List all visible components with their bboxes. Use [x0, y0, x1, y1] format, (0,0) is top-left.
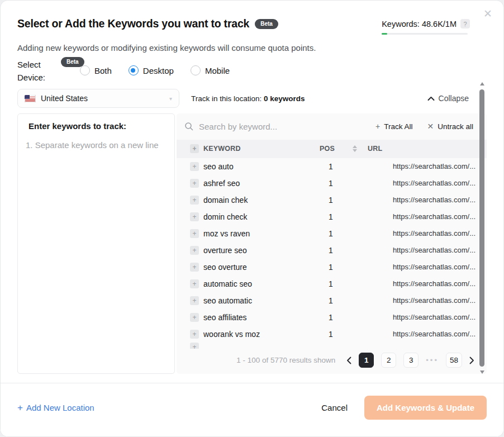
radio-icon: [191, 65, 201, 75]
cancel-button[interactable]: Cancel: [321, 403, 348, 412]
chevron-right-icon: [469, 357, 474, 364]
page-button-1[interactable]: 1: [359, 353, 374, 368]
url-cell[interactable]: https://searchatlas.com/...: [368, 229, 476, 238]
url-cell[interactable]: https://searchatlas.com/...: [368, 296, 476, 305]
column-pos[interactable]: POS: [320, 145, 342, 153]
add-new-location-link[interactable]: + Add New Location: [17, 402, 94, 414]
add-keywords-update-button[interactable]: Add Keywords & Update: [364, 396, 487, 420]
pos-cell: 1: [320, 179, 342, 188]
column-url[interactable]: URL: [368, 145, 476, 153]
scroll-up-arrow-icon[interactable]: [480, 82, 484, 86]
radio-device-mobile[interactable]: Mobile: [191, 65, 230, 75]
url-cell[interactable]: https://searchatlas.com/...: [368, 162, 476, 170]
table-row: + woorank vs moz 1 https://searchatlas.c…: [177, 326, 487, 343]
pos-cell: 1: [320, 313, 342, 322]
url-cell[interactable]: https://searchatlas.com/...: [368, 279, 476, 288]
keyword-cell: automatic seo: [203, 279, 315, 288]
device-beta-badge: Beta: [61, 57, 84, 67]
modal-footer: + Add New Location Cancel Add Keywords &…: [1, 383, 503, 436]
us-flag-icon: [25, 95, 36, 102]
plus-icon: +: [375, 122, 380, 131]
track-keyword-icon[interactable]: +: [190, 196, 199, 205]
table-row: + seo affiliates 1 https://searchatlas.c…: [177, 309, 487, 326]
radio-device-desktop[interactable]: Desktop: [129, 65, 174, 75]
help-icon[interactable]: ?: [460, 19, 470, 28]
track-keyword-icon[interactable]: +: [190, 330, 199, 339]
pos-cell: 1: [320, 246, 342, 255]
url-cell[interactable]: https://searchatlas.com/...: [368, 330, 476, 338]
url-cell[interactable]: https://searchatlas.com/...: [368, 246, 476, 254]
track-keyword-icon[interactable]: +: [190, 263, 199, 272]
keyword-cell: overture seo: [203, 246, 315, 255]
device-selector: Select Device: Beta Both Desktop Mobile: [17, 58, 487, 84]
chevron-left-icon: [346, 357, 351, 364]
url-cell[interactable]: https://searchatlas.com/...: [368, 212, 476, 221]
page-button-3[interactable]: 3: [403, 353, 419, 368]
radio-device-both[interactable]: Both: [80, 65, 112, 75]
table-row: + ashref seo 1 https://searchatlas.com/.…: [177, 175, 487, 192]
collapse-button[interactable]: Collapse: [427, 94, 469, 103]
keyword-quota: Keywords: 48.6K/1M ?: [382, 19, 470, 35]
page-button-2[interactable]: 2: [381, 353, 396, 368]
keyword-cell: seo automatic: [203, 296, 315, 305]
track-keyword-icon[interactable]: +: [190, 179, 199, 188]
pos-cell: 1: [320, 330, 342, 339]
track-count: 0 keywords: [264, 94, 305, 103]
url-cell[interactable]: https://searchatlas.com/...: [368, 313, 476, 321]
table-row: + seo overture 1 https://searchatlas.com…: [177, 259, 487, 276]
entry-heading: Enter keywords to track:: [28, 121, 167, 131]
scroll-down-arrow-icon[interactable]: [480, 370, 484, 374]
track-keyword-icon[interactable]: +: [190, 279, 199, 288]
keyword-cell: domain chek: [203, 196, 315, 205]
close-icon[interactable]: ✕: [483, 8, 492, 19]
track-keyword-icon[interactable]: +: [190, 246, 199, 255]
url-cell[interactable]: https://searchatlas.com/...: [368, 179, 476, 187]
next-page-button[interactable]: [469, 357, 474, 364]
keyword-cell: woorank vs moz: [203, 330, 315, 339]
prev-page-button[interactable]: [346, 357, 351, 364]
url-cell[interactable]: https://searchatlas.com/...: [368, 263, 476, 271]
keyword-entry-textarea[interactable]: [26, 140, 167, 353]
location-select[interactable]: United States ▾: [17, 89, 179, 108]
pos-cell: 1: [320, 229, 342, 238]
url-cell[interactable]: https://searchatlas.com/...: [368, 196, 476, 204]
search-input[interactable]: [199, 122, 370, 131]
modal-scrollbar[interactable]: [479, 82, 485, 374]
column-keyword[interactable]: KEYWORD: [203, 145, 315, 153]
pos-cell: 1: [320, 263, 342, 272]
track-keyword-icon[interactable]: +: [190, 162, 199, 171]
pagination-ellipsis: •••: [426, 356, 439, 364]
keyword-cell: domin check: [203, 212, 315, 221]
pos-cell: 1: [320, 212, 342, 221]
quota-warning-text: Adding new keywords or modifying existin…: [17, 43, 487, 53]
radio-icon: [80, 65, 90, 75]
x-icon: ✕: [427, 122, 434, 131]
track-all-header-icon[interactable]: +: [190, 144, 199, 153]
pagination: 1 - 100 of 5770 results shown 123•••58: [177, 349, 487, 374]
track-all-button[interactable]: + Track All: [375, 122, 412, 131]
track-keyword-icon[interactable]: +: [190, 313, 199, 322]
sort-icon[interactable]: [346, 145, 363, 152]
table-row-clipped: +: [177, 343, 487, 349]
table-row: + moz vs raven 1 https://searchatlas.com…: [177, 225, 487, 242]
track-keyword-icon[interactable]: +: [190, 229, 199, 238]
pos-cell: 1: [320, 162, 342, 171]
untrack-all-button[interactable]: ✕ Untrack all: [427, 122, 473, 131]
search-icon: [184, 122, 193, 131]
keyword-cell: moz vs raven: [203, 229, 315, 238]
device-label: Select Device:: [17, 58, 54, 84]
track-keyword-icon[interactable]: +: [190, 296, 199, 305]
table-header: + KEYWORD POS URL: [177, 140, 487, 158]
modal-header: Select or Add the Keywords you want to t…: [17, 17, 487, 35]
location-row: United States ▾ Track in this location: …: [17, 89, 487, 108]
page-button-58[interactable]: 58: [446, 353, 462, 368]
keyword-cell: seo auto: [203, 162, 315, 171]
track-keyword-icon[interactable]: +: [190, 212, 199, 221]
track-keyword-icon[interactable]: +: [190, 343, 199, 349]
keyword-search-row: + Track All ✕ Untrack all: [177, 113, 487, 140]
modal-scrollbar-thumb[interactable]: [479, 89, 484, 367]
track-location-info: Track in this location: 0 keywords: [191, 94, 305, 103]
chevron-up-icon: [427, 96, 435, 101]
table-row: + domain chek 1 https://searchatlas.com/…: [177, 192, 487, 208]
title-beta-badge: Beta: [255, 19, 278, 29]
